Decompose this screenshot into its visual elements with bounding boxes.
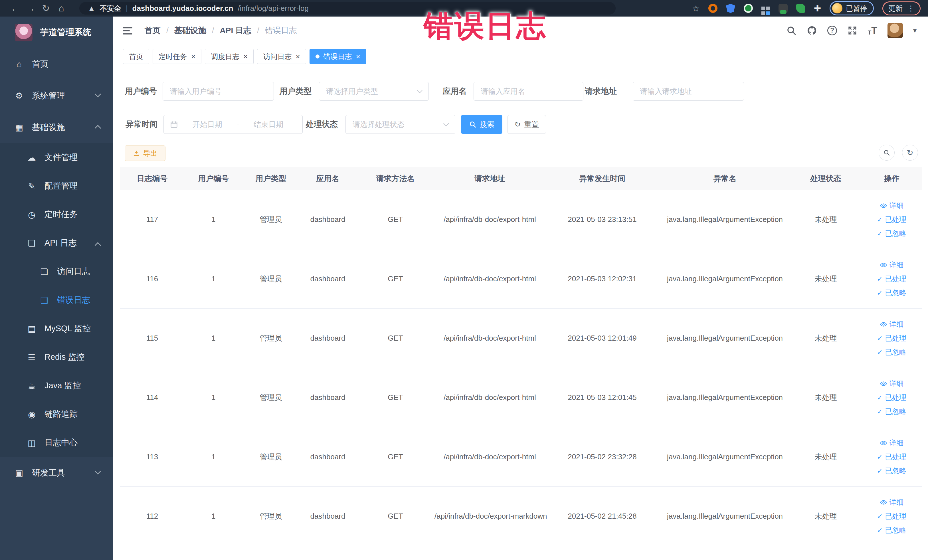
sidebar-item-首页[interactable]: ⌂首页	[0, 48, 113, 80]
sidebar-item-系统管理[interactable]: ⚙系统管理	[0, 80, 113, 111]
mark-ignored-link[interactable]: ✓已忽略	[877, 466, 906, 476]
mark-processed-link[interactable]: ✓已处理	[877, 393, 906, 402]
cell-url: /api/infra/db-doc/export-html	[435, 393, 545, 402]
chevron-down-icon[interactable]: ▾	[913, 26, 917, 35]
mark-processed-link[interactable]: ✓已处理	[877, 452, 906, 462]
mark-processed-link[interactable]: ✓已处理	[877, 215, 906, 224]
cell-method: GET	[356, 512, 435, 520]
reload-icon[interactable]: ↻	[38, 3, 53, 14]
sidebar-item-配置管理[interactable]: ✎配置管理	[0, 172, 113, 200]
detail-link[interactable]: 详细	[880, 319, 904, 329]
sidebar-item-MySQL 监控[interactable]: ▤MySQL 监控	[0, 314, 113, 343]
extension-icon[interactable]	[744, 4, 753, 13]
sidebar-toggle-icon[interactable]	[123, 26, 133, 36]
breadcrumb-item[interactable]: API 日志	[220, 25, 251, 36]
detail-link[interactable]: 详细	[880, 379, 904, 388]
app-name-label: 应用名	[441, 82, 467, 101]
breadcrumb-item[interactable]: 基础设施	[174, 25, 206, 36]
mark-processed-link[interactable]: ✓已处理	[877, 511, 906, 521]
user-type-select[interactable]: 请选择用户类型	[319, 82, 429, 101]
cell-status: 未处理	[791, 215, 861, 224]
log-icon: ❏	[38, 295, 51, 305]
close-icon[interactable]: ×	[191, 53, 195, 60]
cell-status: 未处理	[791, 392, 861, 403]
action-label: 已忽略	[885, 348, 906, 357]
sidebar-menu: ⌂首页⚙系统管理▦基础设施☁文件管理✎配置管理◷定时任务❏API 日志❏访问日志…	[0, 48, 113, 489]
close-icon[interactable]: ×	[243, 53, 247, 60]
mark-ignored-link[interactable]: ✓已忽略	[877, 348, 906, 357]
tab-调度日志[interactable]: 调度日志×	[205, 49, 253, 64]
extension-icon[interactable]	[726, 4, 735, 13]
sidebar-item-错误日志[interactable]: ❏错误日志	[0, 286, 113, 314]
sidebar-item-Redis 监控[interactable]: ☰Redis 监控	[0, 343, 113, 371]
process-status-select[interactable]: 请选择处理状态	[345, 115, 455, 134]
cell-app: dashboard	[299, 275, 356, 283]
extension-icon[interactable]	[796, 4, 805, 13]
sidebar-item-API 日志[interactable]: ❏API 日志	[0, 229, 113, 257]
search-icon[interactable]	[786, 25, 797, 36]
breadcrumb-item[interactable]: 首页	[145, 25, 160, 36]
exception-time-range-picker[interactable]: 开始日期 - 结束日期	[163, 115, 303, 134]
export-button[interactable]: 导出	[125, 145, 165, 161]
tab-错误日志[interactable]: 错误日志×	[310, 49, 366, 64]
extension-icon[interactable]	[708, 4, 717, 13]
bookmark-star-icon[interactable]: ☆	[692, 3, 700, 14]
cell-user_id: 1	[185, 393, 243, 402]
forward-icon[interactable]: →	[23, 3, 38, 14]
mark-ignored-link[interactable]: ✓已忽略	[877, 525, 906, 535]
sidebar-item-文件管理[interactable]: ☁文件管理	[0, 143, 113, 172]
browser-profile-chip[interactable]: 已暂停	[830, 1, 874, 15]
app-name-input[interactable]	[473, 82, 583, 101]
cell-user_type: 管理员	[243, 392, 299, 403]
sidebar-item-label: 文件管理	[44, 152, 78, 163]
tab-定时任务[interactable]: 定时任务×	[153, 49, 201, 64]
user-avatar[interactable]	[887, 23, 903, 38]
help-icon[interactable]: ?	[827, 26, 837, 35]
sidebar-item-日志中心[interactable]: ◫日志中心	[0, 429, 113, 457]
browser-update-button[interactable]: 更新 ⋮	[882, 2, 920, 15]
close-icon[interactable]: ×	[356, 53, 360, 60]
user-id-input[interactable]	[163, 82, 274, 101]
cell-exception: java.lang.IllegalArgumentException	[659, 512, 791, 520]
refresh-button[interactable]: ↻	[902, 145, 918, 160]
font-size-icon[interactable]: TT	[868, 25, 877, 36]
search-button[interactable]: 搜索	[461, 115, 502, 134]
sidebar: 芋道管理系统 ⌂首页⚙系统管理▦基础设施☁文件管理✎配置管理◷定时任务❏API …	[0, 17, 113, 560]
close-icon[interactable]: ×	[296, 53, 300, 60]
tab-访问日志[interactable]: 访问日志×	[257, 49, 306, 64]
github-icon[interactable]	[807, 25, 817, 36]
detail-link[interactable]: 详细	[880, 260, 904, 270]
sidebar-item-访问日志[interactable]: ❏访问日志	[0, 257, 113, 286]
action-label: 已忽略	[885, 229, 906, 238]
user-type-label: 用户类型	[279, 82, 311, 101]
detail-link[interactable]: 详细	[880, 497, 904, 507]
action-label: 已忽略	[885, 466, 906, 476]
extension-icon[interactable]	[778, 4, 788, 13]
back-icon[interactable]: ←	[8, 3, 23, 14]
request-url-input[interactable]	[633, 82, 744, 101]
action-label: 已忽略	[885, 525, 906, 535]
sidebar-item-链路追踪[interactable]: ◉链路追踪	[0, 400, 113, 429]
toggle-search-button[interactable]	[879, 145, 894, 160]
mark-ignored-link[interactable]: ✓已忽略	[877, 407, 906, 416]
sidebar-item-基础设施[interactable]: ▦基础设施	[0, 111, 113, 143]
mark-processed-link[interactable]: ✓已处理	[877, 274, 906, 284]
sidebar-item-Java 监控[interactable]: ☕Java 监控	[0, 371, 113, 400]
reset-button[interactable]: ↻ 重置	[508, 115, 546, 134]
sidebar-logo-row[interactable]: 芋道管理系统	[0, 17, 113, 48]
extensions-puzzle-icon[interactable]: ✚	[814, 3, 821, 14]
tab-首页[interactable]: 首页	[123, 49, 149, 64]
security-label: 不安全	[100, 4, 121, 13]
extension-icon[interactable]	[762, 6, 765, 10]
sidebar-item-研发工具[interactable]: ▣研发工具	[0, 457, 113, 489]
detail-link[interactable]: 详细	[880, 201, 904, 210]
home-icon[interactable]: ⌂	[53, 3, 69, 14]
mark-processed-link[interactable]: ✓已处理	[877, 334, 906, 343]
fullscreen-icon[interactable]	[847, 25, 858, 36]
tags-bar: 首页定时任务×调度日志×访问日志×错误日志×	[113, 44, 928, 69]
mark-ignored-link[interactable]: ✓已忽略	[877, 288, 906, 298]
kebab-menu-icon[interactable]: ⋮	[907, 4, 914, 13]
mark-ignored-link[interactable]: ✓已忽略	[877, 229, 906, 238]
sidebar-item-定时任务[interactable]: ◷定时任务	[0, 200, 113, 229]
detail-link[interactable]: 详细	[880, 438, 904, 448]
